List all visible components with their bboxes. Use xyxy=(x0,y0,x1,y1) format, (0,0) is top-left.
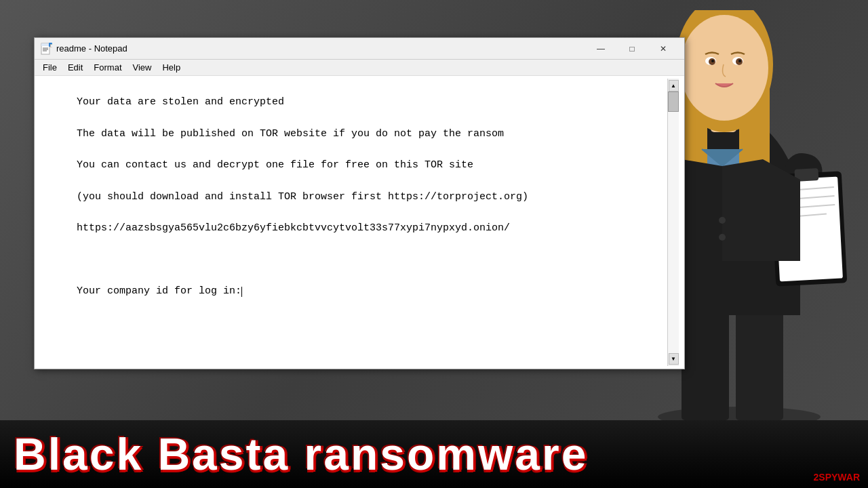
bottom-banner: Black Basta ransomware xyxy=(0,420,868,488)
scroll-thumb[interactable] xyxy=(668,92,679,112)
banner-text: Black Basta ransomware xyxy=(14,432,588,476)
scroll-up-arrow[interactable]: ▲ xyxy=(669,80,679,92)
minimize-button[interactable]: — xyxy=(585,38,616,60)
watermark: 2SPYWAR xyxy=(814,472,860,483)
svg-point-35 xyxy=(719,217,726,224)
svg-rect-1 xyxy=(41,43,50,46)
line4: (you should download and install TOR bro… xyxy=(77,191,528,203)
scroll-down-arrow[interactable]: ▼ xyxy=(669,353,679,365)
scrollbar[interactable]: ▲ ▼ xyxy=(667,79,679,366)
text-cursor xyxy=(241,287,242,297)
title-bar: 📋 readme - Notepad — □ ✕ xyxy=(35,38,684,60)
menu-help[interactable]: Help xyxy=(157,61,186,74)
notepad-window: 📋 readme - Notepad — □ ✕ File Edit Forma… xyxy=(34,37,685,369)
menu-format[interactable]: Format xyxy=(88,61,127,74)
line7: Your company id for log in: xyxy=(77,285,241,297)
maximize-button[interactable]: □ xyxy=(616,38,648,60)
svg-point-36 xyxy=(719,234,726,241)
svg-point-34 xyxy=(738,60,741,62)
text-area[interactable]: Your data are stolen and encrypted The d… xyxy=(40,79,667,366)
line5: https://aazsbsgya565vlu2c6bzy6yfiebkcbtv… xyxy=(77,222,510,234)
menu-bar: File Edit Format View Help xyxy=(35,60,684,76)
window-title: readme - Notepad xyxy=(56,43,585,54)
window-controls: — □ ✕ xyxy=(585,38,679,60)
banner-main: Black Basta ransomware xyxy=(14,429,588,479)
notepad-icon: 📋 xyxy=(40,43,52,55)
svg-text:📋: 📋 xyxy=(50,43,53,47)
line3: You can contact us and decrypt one file … xyxy=(77,159,473,171)
scroll-track xyxy=(668,92,679,353)
line2: The data will be published on TOR websit… xyxy=(77,128,504,140)
menu-view[interactable]: View xyxy=(127,61,157,74)
svg-point-33 xyxy=(711,60,714,62)
menu-edit[interactable]: Edit xyxy=(62,61,88,74)
line1: Your data are stolen and encrypted xyxy=(77,96,284,108)
menu-file[interactable]: File xyxy=(37,61,62,74)
notepad-content[interactable]: Your data are stolen and encrypted The d… xyxy=(35,76,684,369)
close-button[interactable]: ✕ xyxy=(648,38,679,60)
svg-point-28 xyxy=(680,15,768,121)
